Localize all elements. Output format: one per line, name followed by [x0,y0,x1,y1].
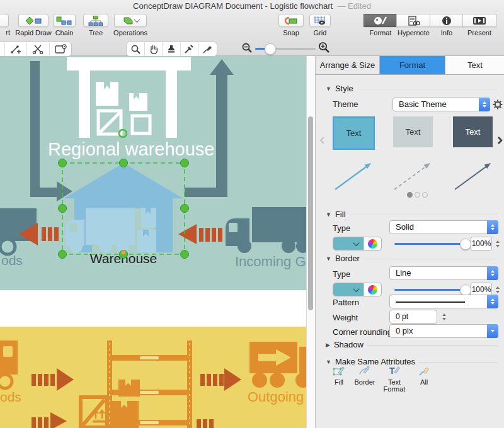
drawing-canvas[interactable]: Regional warehouse ods [0,56,306,428]
format-painter-button[interactable] [198,42,217,56]
corner-rounding-label: Corner rounding [333,325,392,339]
fill-opacity-stepper[interactable] [494,237,501,251]
shape-tool-button[interactable] [49,42,71,56]
stamp-tool-button[interactable] [162,42,180,56]
partial-toolbar-button[interactable] [0,14,8,27]
tree-button[interactable]: Tree [82,14,110,37]
style-section-header[interactable]: ▼ Style [326,84,498,93]
stepper-icon [479,98,490,111]
fill-type-label: Type [333,222,350,235]
carousel-dot[interactable] [415,192,420,198]
format-icon [373,16,388,25]
white-band [0,290,306,327]
weight-input[interactable]: 0 pt [389,310,437,324]
goods-fragment-top-label: ods [1,253,23,268]
rapid-draw-button[interactable]: Rapid Draw [11,14,55,37]
split-tool-button[interactable] [26,42,49,56]
make-same-text-format-button[interactable]: T Text Format [380,364,409,393]
zoom-tool-button[interactable] [127,42,144,56]
make-same-text-format-label: Text Format [384,378,406,393]
style-swatch-dark[interactable]: Text [453,116,493,147]
style-arrow-samples[interactable] [316,150,504,198]
make-same-text-format-icon: T [388,364,401,377]
tab-arrange-size[interactable]: Arrange & Size [316,56,380,75]
chevron-down-icon [353,240,360,246]
connector-tool-button[interactable] [4,42,26,56]
operations-button[interactable]: Operations [112,14,149,37]
theme-value: Basic Theme [399,99,447,109]
color-wheel-icon [368,285,377,295]
tab-format[interactable]: Format [380,56,445,75]
border-section-header[interactable]: ▼ Border [326,254,498,263]
make-same-fill-button[interactable]: Fill [324,364,353,386]
paintbrush-icon [202,44,213,54]
zoom-out-icon[interactable] [241,42,253,54]
format-view-label: Format [364,29,397,37]
present-button[interactable]: Present [463,14,496,37]
present-label: Present [463,29,496,37]
hypernote-label: Hypernote [397,29,430,37]
chain-button[interactable]: Chain [52,14,76,37]
style-swatch-teal[interactable]: Text [333,116,375,150]
snap-button[interactable]: Snap [278,14,304,37]
tree-icon [88,16,103,26]
make-same-all-icon [418,364,430,377]
regional-warehouse-label: Regional warehouse [48,139,214,159]
fill-opacity-knob[interactable] [460,239,471,250]
carousel-prev-icon[interactable] [319,137,326,144]
cropped-tool-button[interactable] [0,42,4,56]
outgoing-goods-label: Outgoing Goods [248,389,306,405]
carousel-dot-active[interactable] [407,192,413,198]
hypernote-button[interactable]: Hypernote [397,14,430,37]
make-same-border-label: Border [354,378,375,386]
text-control-handle[interactable] [122,251,125,254]
zoom-slider-knob[interactable] [265,43,276,55]
fill-opacity-value[interactable]: 100% [471,237,492,251]
border-type-dropdown[interactable]: Line [389,266,498,280]
info-button[interactable]: Info [430,14,463,37]
tab-text[interactable]: Text [445,56,504,75]
gear-icon[interactable] [492,99,503,110]
format-panel: Arrange & Size Format Text ▼ Style Theme… [315,56,504,428]
hypernote-icon [408,16,420,26]
canvas-scrollbar-thumb[interactable] [308,116,313,310]
format-view-button[interactable]: Format [364,14,397,37]
fill-section-header[interactable]: ▼ Fill [326,210,498,219]
stamp-icon [166,44,176,54]
make-same-border-button[interactable]: Border [350,364,379,386]
zoom-in-icon[interactable] [318,41,330,54]
connector-plus-icon [10,44,21,54]
eyedropper-tool-button[interactable] [180,42,198,56]
weight-stepper[interactable] [440,310,448,324]
canvas-svg: Regional warehouse ods [0,56,306,428]
info-label: Info [430,29,463,37]
corner-rounding-value: 0 pix [396,326,413,335]
theme-dropdown[interactable]: Basic Theme [392,98,490,111]
incoming-goods-label: Incoming Goods [235,254,306,269]
border-color-swatch[interactable] [333,283,364,296]
disclosure-triangle-icon: ▼ [326,359,331,365]
carousel-next-icon[interactable] [496,137,503,144]
pan-tool-button[interactable] [144,42,162,56]
shadow-section-title: Shadow [334,340,364,349]
line-pattern-icon [396,301,465,303]
border-opacity-slider[interactable] [394,289,469,291]
style-section-title: Style [335,84,353,93]
pattern-dropdown[interactable] [389,295,498,308]
fill-type-dropdown[interactable]: Solid [389,220,498,234]
fill-opacity-slider[interactable] [394,243,469,245]
stepper-icon [487,295,498,308]
make-same-all-button[interactable]: All [410,364,438,386]
border-color-well[interactable] [333,283,382,296]
shadow-section-header[interactable]: ▶ Shadow [326,340,498,349]
fill-color-well[interactable] [333,237,382,251]
disclosure-triangle-icon: ▶ [326,342,330,348]
carousel-dot[interactable] [422,192,428,198]
style-swatch-gray[interactable]: Text [393,116,433,147]
border-color-picker-button[interactable] [364,283,381,296]
fill-color-picker-button[interactable] [364,237,381,250]
corner-rounding-dropdown[interactable]: 0 pix [389,324,498,338]
grid-button[interactable]: Grid [307,14,333,37]
window-chrome: ConceptDraw DIAGRAM Document - Logistic … [0,0,504,56]
fill-color-swatch[interactable] [333,237,364,250]
